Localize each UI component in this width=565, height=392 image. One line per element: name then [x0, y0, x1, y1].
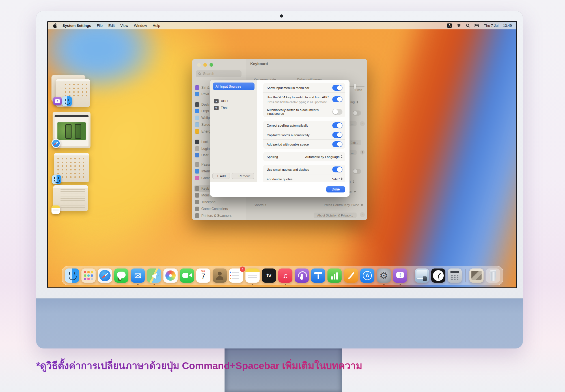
trackpad-icon [195, 200, 199, 204]
sidebar-item-trackpad[interactable]: Trackpad [195, 199, 243, 205]
remove-source-button[interactable]: −Remove [232, 173, 254, 179]
sidebar-item-game-controllers[interactable]: Game Controllers [195, 206, 243, 212]
correct-spelling-automatically-toggle[interactable] [332, 122, 342, 128]
automatically-switch-to-a-document-s-inp-toggle[interactable] [332, 109, 342, 115]
printers-scanners-icon [195, 213, 199, 218]
thai-badge-icon: ท [214, 106, 219, 110]
facetime-dock-icon[interactable] [180, 268, 194, 283]
pages-dock-icon[interactable] [344, 268, 358, 283]
show-input-menu-in-menu-bar-toggle[interactable] [332, 85, 342, 91]
add-source-button[interactable]: +Add [212, 173, 230, 179]
source-label: ABC [221, 99, 228, 103]
safari-dock-icon[interactable] [98, 268, 112, 283]
zoom-button[interactable] [210, 63, 213, 67]
minimize-button[interactable] [203, 63, 207, 67]
clock-dock-icon[interactable] [431, 268, 445, 283]
keyboard-icon [195, 186, 199, 191]
slider-handle[interactable] [354, 84, 356, 89]
sidebar-item-label: Energ [201, 129, 210, 133]
thumb-content [61, 189, 85, 208]
maps-dock-icon[interactable] [147, 268, 161, 283]
launchpad-dock-icon[interactable] [81, 268, 96, 283]
help-button[interactable]: ? [360, 121, 365, 126]
contacts-dock-icon[interactable] [213, 268, 227, 283]
setting-label: Capitalize words automatically [267, 133, 309, 137]
feedback-assistant-dock-icon[interactable]: ! [393, 268, 407, 283]
help-button[interactable]: ? [360, 212, 365, 217]
stack-window-dock-icon[interactable] [415, 268, 429, 283]
system-settings-dock-icon[interactable]: ⚙ [377, 268, 391, 283]
divider [214, 93, 254, 93]
menu-window[interactable]: Window [134, 23, 147, 28]
menu-view[interactable]: View [120, 23, 128, 28]
tv-dock-icon[interactable]: tv [262, 268, 276, 283]
lock-screen-icon [195, 140, 199, 144]
settings-group: Show Input menu in menu barUse the ท / A… [263, 83, 345, 117]
internet-icon [195, 169, 199, 174]
settings-search-input[interactable]: Search [196, 70, 241, 77]
setting-label: Use smart quotes and dashes [267, 168, 309, 171]
apple-menu-icon[interactable] [53, 23, 57, 28]
safari-icon[interactable] [51, 139, 61, 148]
menu-app-name[interactable]: System Settings [62, 23, 91, 28]
menu-edit[interactable]: Edit [108, 23, 115, 28]
keynote-dock-icon[interactable] [311, 268, 325, 283]
calculator-dock-icon[interactable] [448, 268, 462, 283]
menu-help[interactable]: Help [153, 23, 160, 28]
notes-icon[interactable] [51, 205, 60, 214]
edit-button[interactable]: Edit... [348, 140, 361, 145]
trash-dock-icon[interactable] [486, 268, 500, 283]
calendar-dock-icon[interactable]: JUL7 [196, 268, 210, 283]
abc-badge-icon: A [214, 99, 219, 103]
thumb-titlebar [54, 153, 89, 155]
dimmed-toggle[interactable] [353, 169, 361, 174]
wifi-icon[interactable] [456, 24, 461, 27]
finder-icon[interactable] [52, 175, 61, 184]
notes-dock-icon[interactable] [245, 268, 260, 283]
photos-dock-icon[interactable] [163, 268, 178, 283]
mouse-icon [195, 193, 199, 198]
finder-dock-icon[interactable] [65, 268, 79, 283]
row-show-input-menu-in-menu-bar: Show Input menu in menu bar [263, 83, 345, 92]
menu-time[interactable]: 13:49 [503, 24, 512, 28]
screen: System Settings FileEditViewWindowHelp A… [47, 21, 517, 288]
for-double-quotes-select[interactable]: “abc” [332, 177, 342, 181]
feedback-assistant-icon[interactable] [53, 97, 62, 105]
add-period-with-double-space-toggle[interactable] [332, 141, 342, 147]
thumb-image [57, 122, 86, 140]
search-icon[interactable] [466, 23, 470, 28]
mail-dock-icon[interactable]: ✉ [131, 268, 145, 283]
shortcut-value[interactable]: Press Control Key Twice [314, 203, 363, 207]
messages-dock-icon[interactable] [114, 268, 128, 283]
document-preview-dock-icon[interactable] [469, 268, 484, 283]
camera-dot [280, 14, 283, 18]
source-item-abc[interactable]: A ABC [214, 99, 228, 103]
finder-icon[interactable] [62, 96, 72, 106]
help-button[interactable]: ? [360, 150, 365, 155]
all-input-sources-item[interactable]: All Input Sources [213, 83, 255, 90]
capitalize-words-automatically-toggle[interactable] [332, 132, 342, 138]
spelling-select[interactable]: Automatic by Language [305, 155, 342, 159]
fragment-dropdown[interactable]: ing [350, 100, 358, 104]
sidebar-item-label: Printers & Scanners [201, 214, 232, 218]
about-dictation-button[interactable]: About Dictation & Privacy... [314, 213, 357, 218]
control-center-icon[interactable] [475, 24, 479, 27]
setting-label: Spelling [267, 155, 278, 159]
dialog-settings-groups: Show Input menu in menu barUse the ท / A… [263, 83, 345, 187]
dimmed-toggle[interactable] [353, 111, 361, 116]
menu-file[interactable]: File [97, 23, 103, 28]
app-store-dock-icon[interactable]: A [360, 268, 374, 283]
close-button[interactable] [197, 63, 201, 67]
reminders-dock-icon[interactable]: 4 [229, 268, 243, 283]
use-the-a-key-to-switch-to-and-from-abc-toggle[interactable] [332, 96, 342, 102]
numbers-dock-icon[interactable] [327, 268, 342, 283]
podcasts-dock-icon[interactable] [295, 268, 309, 283]
settings-group: Correct spelling automaticallyCapitalize… [263, 121, 345, 149]
sidebar-item-printers-scanners[interactable]: Printers & Scanners [195, 213, 243, 219]
done-button[interactable]: Done [326, 186, 345, 192]
use-smart-quotes-and-dashes-toggle[interactable] [332, 166, 342, 172]
input-source-icon[interactable]: A [447, 23, 452, 28]
source-item-thai[interactable]: ท Thai [214, 106, 227, 110]
music-dock-icon[interactable]: ♫ [278, 268, 292, 283]
menu-date[interactable]: Thu 7 Jul [484, 24, 498, 28]
